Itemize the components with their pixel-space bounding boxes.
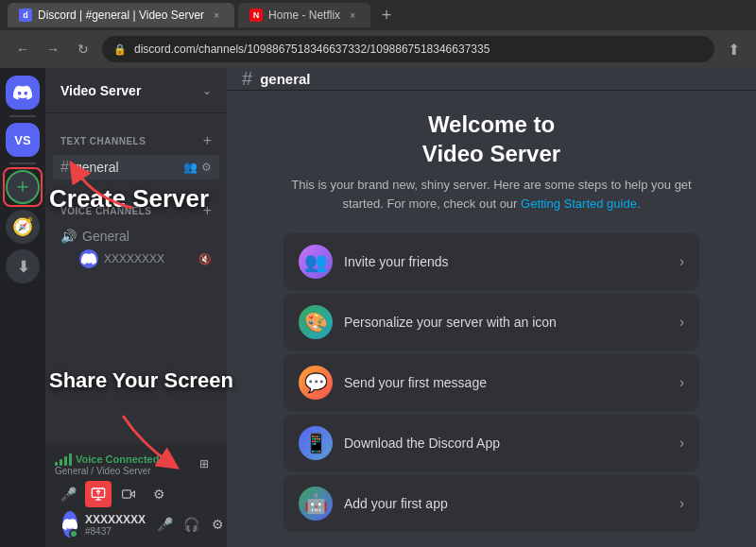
main-content: # general Welcome toVideo Server This is…	[227, 68, 756, 547]
discord-favicon-icon: d	[19, 9, 32, 22]
voice-channels-section: VOICE CHANNELS + 🔊 General XXXXXXXX 🔇	[45, 183, 227, 274]
server-initials: VS	[14, 133, 30, 147]
personalize-label: Personalize your server with an icon	[344, 315, 668, 330]
refresh-button[interactable]: ↻	[72, 38, 94, 60]
channel-header: # general	[227, 68, 756, 91]
activity-button[interactable]: ⚙	[146, 481, 172, 507]
tab-netflix-label: Home - Netflix	[268, 9, 340, 22]
bar2	[60, 459, 62, 466]
compass-icon: 🧭	[12, 216, 33, 237]
download-app-icon: 📱	[299, 426, 333, 460]
invite-icon[interactable]: 👥	[183, 161, 198, 174]
tab-discord-close[interactable]: ×	[210, 9, 223, 22]
browser-addressbar: ← → ↻ 🔒 discord.com/channels/10988675183…	[0, 30, 756, 68]
server-header[interactable]: Video Server ⌄	[45, 68, 227, 113]
voice-action-row: 🎤 ⚙	[55, 481, 217, 507]
action-chevron-1: ›	[679, 314, 684, 331]
voice-user-row: XXXXXXXX 🔇	[53, 248, 219, 270]
server-icon-video-server[interactable]: VS	[6, 123, 40, 157]
bar4	[69, 453, 72, 466]
user-mute-button[interactable]: 🎤	[153, 513, 176, 536]
server-divider-2	[9, 162, 36, 164]
download-icon: ⬇	[17, 258, 29, 276]
voice-connected-text: Voice Connected	[55, 453, 159, 466]
video-icon	[122, 487, 135, 501]
voice-channels-label: VOICE CHANNELS	[60, 206, 151, 216]
speaker-icon: 🔊	[60, 229, 77, 244]
screen-share-icon	[91, 487, 106, 502]
add-text-channel-button[interactable]: +	[203, 132, 212, 149]
user-panel: XXXXXXXX #8437 🎤 🎧 ⚙	[55, 507, 217, 541]
personalize-icon: 🎨	[299, 305, 333, 339]
video-button[interactable]	[115, 481, 142, 507]
action-send-message[interactable]: 💬 Send your first message ›	[284, 354, 699, 411]
action-list: 👥 Invite your friends › 🎨 Personalize yo…	[284, 233, 699, 532]
username: XXXXXXXX	[85, 513, 146, 526]
channel-list: Video Server ⌄ TEXT CHANNELS + # general…	[45, 68, 227, 547]
download-label: Download the Discord App	[344, 436, 668, 451]
address-text: discord.com/channels/1098867518346637332…	[134, 43, 490, 56]
action-chevron-3: ›	[679, 435, 684, 452]
action-download-app[interactable]: 📱 Download the Discord App ›	[284, 415, 699, 471]
voice-channel-name: General	[82, 229, 129, 244]
new-tab-button[interactable]: +	[374, 3, 399, 27]
voice-user-avatar	[79, 249, 98, 268]
lock-icon: 🔒	[113, 43, 127, 56]
action-chevron-2: ›	[679, 374, 684, 391]
tab-netflix[interactable]: N Home - Netflix ×	[238, 3, 370, 27]
channel-name-general: general	[75, 160, 119, 175]
server-list: VS + 🧭 ⬇	[0, 68, 45, 547]
text-channels-header[interactable]: TEXT CHANNELS +	[53, 128, 219, 153]
tab-discord-label: Discord | #general | Video Server	[38, 9, 204, 22]
tab-netflix-close[interactable]: ×	[346, 9, 359, 22]
user-avatar	[62, 511, 77, 538]
content-area: Welcome toVideo Server This is your bran…	[227, 91, 756, 547]
welcome-title: Welcome toVideo Server	[422, 110, 560, 168]
server-divider	[9, 115, 36, 117]
share-screen-button[interactable]	[85, 481, 112, 507]
add-first-app-icon: 🤖	[299, 487, 333, 521]
voice-top-controls: ⊞	[191, 451, 217, 477]
tab-discord[interactable]: d Discord | #general | Video Server ×	[8, 3, 234, 27]
plus-icon: +	[17, 177, 29, 197]
netflix-favicon-icon: N	[249, 9, 263, 22]
browser-tabs: d Discord | #general | Video Server × N …	[0, 0, 756, 30]
action-invite-friends[interactable]: 👥 Invite your friends ›	[284, 233, 699, 290]
action-add-first-app[interactable]: 🤖 Add your first app ›	[284, 475, 699, 532]
user-deafen-button[interactable]: 🎧	[180, 513, 202, 536]
address-bar[interactable]: 🔒 discord.com/channels/10988675183466373…	[102, 36, 714, 62]
channel-item-general[interactable]: # general 👥 ⚙	[53, 155, 219, 179]
send-message-label: Send your first message	[344, 375, 668, 390]
voice-status: Voice Connected General / Video Server ⊞	[55, 451, 217, 477]
connected-label: Voice Connected	[76, 453, 159, 465]
first-app-label: Add your first app	[344, 496, 668, 511]
add-server-button[interactable]: +	[6, 170, 40, 204]
hash-icon: #	[60, 159, 69, 176]
mute-button[interactable]: 🎤	[55, 481, 81, 507]
channel-hash-icon: #	[242, 68, 252, 90]
voice-bar: Voice Connected General / Video Server ⊞…	[45, 443, 227, 547]
signal-bars-icon	[55, 453, 72, 466]
server-icon-home[interactable]	[6, 76, 40, 110]
forward-button[interactable]: →	[42, 38, 64, 60]
user-info: XXXXXXXX #8437	[85, 513, 146, 537]
voice-settings-button[interactable]: ⊞	[191, 451, 217, 477]
settings-icon[interactable]: ⚙	[201, 161, 212, 174]
download-apps-button[interactable]: ⬇	[6, 249, 40, 283]
chevron-down-icon: ⌄	[202, 84, 212, 97]
voice-channels-header[interactable]: VOICE CHANNELS +	[53, 198, 219, 223]
welcome-section: Welcome toVideo Server This is your bran…	[284, 110, 699, 532]
explore-servers-button[interactable]: 🧭	[6, 210, 40, 244]
user-settings-button[interactable]: ⚙	[206, 513, 229, 536]
server-name: Video Server	[60, 83, 141, 98]
getting-started-link[interactable]: Getting Started guide.	[521, 197, 640, 211]
online-indicator	[69, 529, 78, 538]
share-page-button[interactable]: ⬆	[722, 38, 745, 60]
back-button[interactable]: ←	[11, 38, 34, 60]
invite-label: Invite your friends	[344, 254, 668, 269]
text-channels-label: TEXT CHANNELS	[60, 136, 146, 146]
action-personalize[interactable]: 🎨 Personalize your server with an icon ›	[284, 294, 699, 350]
voice-channel-general[interactable]: 🔊 General	[53, 225, 219, 248]
add-voice-channel-button[interactable]: +	[203, 202, 212, 219]
action-chevron-0: ›	[679, 253, 684, 270]
